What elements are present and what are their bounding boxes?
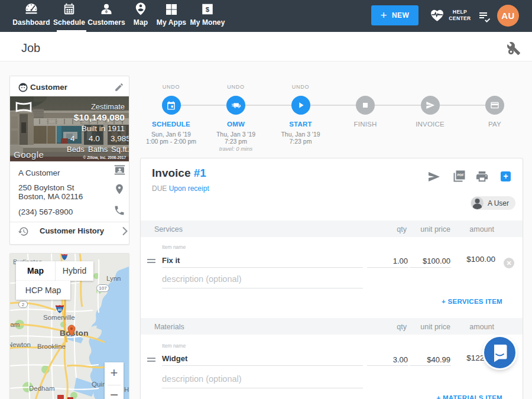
svg-text:$: $ (206, 6, 210, 13)
svg-text:93: 93 (58, 308, 62, 312)
svg-text:PDF: PDF (457, 173, 464, 177)
